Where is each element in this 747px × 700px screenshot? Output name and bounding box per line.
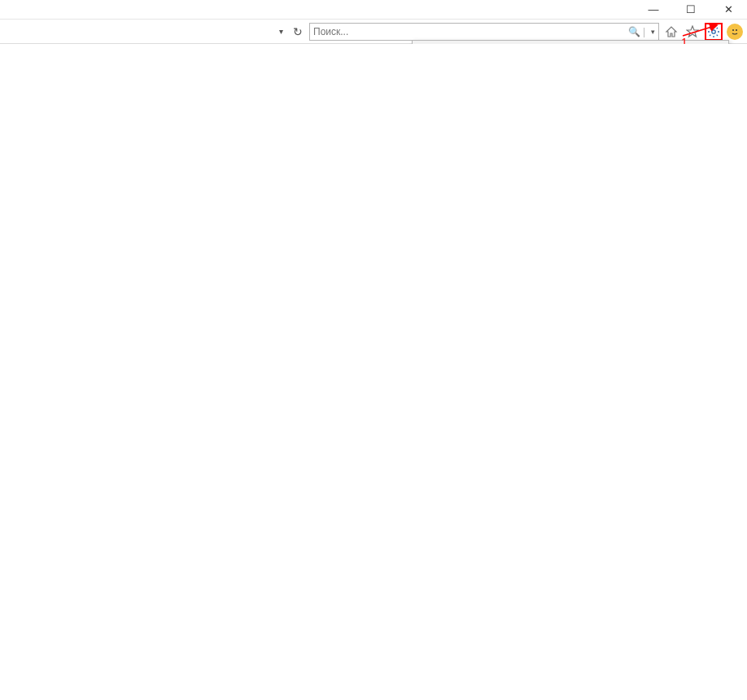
- gear-icon[interactable]: [705, 23, 723, 41]
- close-window-button[interactable]: ✕: [710, 0, 747, 20]
- tools-menu: Печать▶Файл▶Масштаб (108%)▶Безопасность▶…: [412, 40, 729, 44]
- address-dropdown-caret-icon[interactable]: ▾: [275, 27, 286, 36]
- svg-point-2: [736, 29, 737, 31]
- favorites-icon[interactable]: [684, 23, 701, 41]
- search-input[interactable]: Поиск... 🔍 | ▾: [309, 23, 659, 41]
- search-placeholder: Поиск...: [313, 26, 348, 37]
- svg-point-0: [712, 29, 715, 33]
- window-titlebar: — ☐ ✕: [0, 0, 747, 20]
- minimize-button[interactable]: —: [635, 0, 672, 20]
- search-icon[interactable]: 🔍: [628, 26, 640, 37]
- maximize-button[interactable]: ☐: [672, 0, 710, 20]
- refresh-icon[interactable]: ↻: [290, 25, 306, 38]
- svg-point-1: [732, 29, 734, 31]
- menu-item[interactable]: Печать▶: [413, 41, 728, 44]
- search-dropdown-icon[interactable]: ▾: [651, 28, 655, 36]
- home-icon[interactable]: [662, 23, 680, 41]
- smiley-icon[interactable]: [726, 23, 744, 41]
